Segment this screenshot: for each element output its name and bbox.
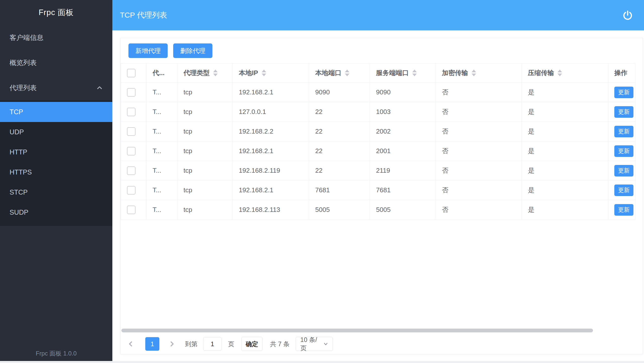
delete-proxy-button[interactable]: 删除代理 <box>173 43 212 58</box>
col-header-server-port[interactable]: 服务端端口 <box>370 64 436 83</box>
sidebar-item-client-info[interactable]: 客户端信息 <box>0 25 112 50</box>
app-version: Frpc 面板 1.0.0 <box>0 349 112 357</box>
cell-compressed: 是 <box>522 83 608 102</box>
cell-server-port: 1003 <box>370 102 436 122</box>
col-header-local-ip[interactable]: 本地IP <box>233 64 309 83</box>
jump-suffix-label: 页 <box>228 340 234 348</box>
table-row: T... tcp 192.168.2.113 5005 5005 否 是 更新 <box>121 200 635 220</box>
table-row: T... tcp 192.168.2.1 22 2001 否 是 更新 <box>121 141 635 161</box>
cell-encrypted: 否 <box>436 83 522 102</box>
cell-server-port: 7681 <box>370 180 436 200</box>
cell-compressed: 是 <box>522 180 608 200</box>
cell-compressed: 是 <box>522 200 608 220</box>
prev-page-icon[interactable] <box>127 340 135 348</box>
row-checkbox[interactable] <box>127 108 135 116</box>
chevron-up-icon <box>96 85 103 91</box>
cell-local-port: 5005 <box>309 200 370 220</box>
sidebar: Frpc 面板 客户端信息 概览列表 代理列表 TCP UDP <box>0 0 112 361</box>
table-row: T... tcp 192.168.2.1 9090 9090 否 是 更新 <box>121 83 635 102</box>
page-scrollbar-track[interactable] <box>0 361 644 363</box>
cell-type: tcp <box>177 161 233 180</box>
toolbar: 新增代理 删除代理 <box>121 38 643 58</box>
sidebar-item-proxy-list[interactable]: 代理列表 <box>0 75 112 100</box>
cell-local-ip: 192.168.2.113 <box>233 200 309 220</box>
cell-type: tcp <box>177 141 233 161</box>
col-header-compressed[interactable]: 压缩传输 <box>522 64 608 83</box>
sort-icon[interactable] <box>345 70 349 76</box>
update-button[interactable]: 更新 <box>614 204 633 216</box>
sidebar-item-tcp[interactable]: TCP <box>0 102 112 122</box>
sort-icon[interactable] <box>412 70 417 76</box>
cell-name: T... <box>147 200 177 220</box>
sidebar-item-label: 客户端信息 <box>10 33 43 42</box>
row-checkbox[interactable] <box>127 147 135 155</box>
cell-local-port: 22 <box>309 141 370 161</box>
add-proxy-button[interactable]: 新增代理 <box>128 43 168 58</box>
table-header-row: 代... 代理类型 本地IP 本地端口 服务端端口 <box>121 64 635 83</box>
select-all-checkbox[interactable] <box>127 69 135 77</box>
page-number-button[interactable]: 1 <box>145 337 159 351</box>
sidebar-item-sudp[interactable]: SUDP <box>0 202 112 222</box>
sidebar-item-http[interactable]: HTTP <box>0 142 112 162</box>
cell-compressed: 是 <box>522 122 608 141</box>
update-button[interactable]: 更新 <box>614 185 633 196</box>
update-button[interactable]: 更新 <box>614 87 633 98</box>
sidebar-item-label: 代理列表 <box>10 83 37 92</box>
col-header-local-port[interactable]: 本地端口 <box>309 64 370 83</box>
content-area: 新增代理 删除代理 代... <box>112 30 644 361</box>
col-header-type[interactable]: 代理类型 <box>177 64 233 83</box>
cell-type: tcp <box>177 102 233 122</box>
cell-name: T... <box>147 180 177 200</box>
cell-local-port: 22 <box>309 122 370 141</box>
page-size-label: 10 条/页 <box>300 336 323 352</box>
cell-encrypted: 否 <box>436 122 522 141</box>
cell-server-port: 2119 <box>370 161 436 180</box>
row-checkbox[interactable] <box>127 88 135 97</box>
cell-encrypted: 否 <box>436 161 522 180</box>
row-checkbox[interactable] <box>127 186 135 195</box>
page-title: TCP 代理列表 <box>120 10 167 20</box>
proxy-table: 代... 代理类型 本地IP 本地端口 服务端端口 <box>121 63 635 220</box>
cell-encrypted: 否 <box>436 200 522 220</box>
row-checkbox[interactable] <box>127 206 135 214</box>
cell-local-ip: 192.168.2.1 <box>233 141 309 161</box>
jump-prefix-label: 到第 <box>185 340 198 348</box>
submenu-item-label: STCP <box>10 189 28 196</box>
confirm-button[interactable]: 确定 <box>241 337 262 351</box>
cell-local-ip: 192.168.2.2 <box>233 122 309 141</box>
sort-icon[interactable] <box>472 70 476 76</box>
horizontal-scrollbar[interactable] <box>121 329 593 332</box>
sort-icon[interactable] <box>558 70 562 76</box>
sidebar-item-overview-list[interactable]: 概览列表 <box>0 50 112 75</box>
update-button[interactable]: 更新 <box>614 145 633 157</box>
row-checkbox[interactable] <box>127 127 135 136</box>
sidebar-item-stcp[interactable]: STCP <box>0 182 112 202</box>
sidebar-nav: 客户端信息 概览列表 代理列表 TCP UDP HTTP <box>0 25 112 226</box>
update-button[interactable]: 更新 <box>614 126 633 137</box>
col-header-encrypted[interactable]: 加密传输 <box>436 64 522 83</box>
power-icon[interactable] <box>622 10 634 21</box>
cell-compressed: 是 <box>522 161 608 180</box>
cell-type: tcp <box>177 200 233 220</box>
cell-name: T... <box>147 161 177 180</box>
cell-name: T... <box>147 141 177 161</box>
app-title: Frpc 面板 <box>0 0 112 25</box>
submenu-item-label: HTTP <box>10 148 27 156</box>
next-page-icon[interactable] <box>168 340 176 348</box>
cell-type: tcp <box>177 83 233 102</box>
sidebar-item-label: 概览列表 <box>10 58 37 67</box>
sidebar-item-https[interactable]: HTTPS <box>0 162 112 182</box>
submenu-item-label: SUDP <box>10 209 28 216</box>
top-header: TCP 代理列表 <box>112 0 644 30</box>
col-header-actions: 操作 <box>608 64 635 83</box>
cell-type: tcp <box>177 180 233 200</box>
page-jump-input[interactable] <box>203 337 222 351</box>
page-size-select[interactable]: 10 条/页 <box>296 337 333 351</box>
sort-icon[interactable] <box>262 70 266 76</box>
sidebar-item-udp[interactable]: UDP <box>0 122 112 142</box>
sort-icon[interactable] <box>213 70 218 76</box>
cell-name: T... <box>147 122 177 141</box>
row-checkbox[interactable] <box>127 166 135 175</box>
update-button[interactable]: 更新 <box>614 165 633 176</box>
update-button[interactable]: 更新 <box>614 106 633 118</box>
